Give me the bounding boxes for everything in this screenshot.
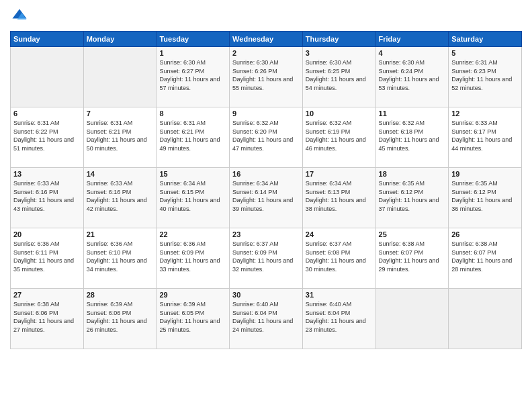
calendar-cell: 31 Sunrise: 6:40 AM Sunset: 6:04 PM Dayl… xyxy=(302,289,375,349)
day-info: Sunrise: 6:38 AM Sunset: 6:07 PM Dayligh… xyxy=(451,240,519,273)
calendar-cell: 30 Sunrise: 6:40 AM Sunset: 6:04 PM Dayl… xyxy=(230,289,303,349)
daylight-text: Daylight: 11 hours and 30 minutes. xyxy=(306,257,366,273)
calendar-cell: 14 Sunrise: 6:33 AM Sunset: 6:16 PM Dayl… xyxy=(83,168,157,228)
day-info: Sunrise: 6:36 AM Sunset: 6:09 PM Dayligh… xyxy=(159,240,226,273)
sunset-text: Sunset: 6:16 PM xyxy=(87,189,132,195)
sunset-text: Sunset: 6:13 PM xyxy=(306,189,351,195)
sunset-text: Sunset: 6:21 PM xyxy=(159,128,204,135)
calendar-cell: 15 Sunrise: 6:34 AM Sunset: 6:15 PM Dayl… xyxy=(157,168,230,228)
sunrise-text: Sunrise: 6:39 AM xyxy=(159,301,206,308)
calendar-cell: 11 Sunrise: 6:32 AM Sunset: 6:18 PM Dayl… xyxy=(375,107,449,168)
day-number: 15 xyxy=(159,170,226,178)
calendar-cell: 4 Sunrise: 6:30 AM Sunset: 6:24 PM Dayli… xyxy=(375,47,449,107)
day-number: 26 xyxy=(451,230,519,238)
sunset-text: Sunset: 6:23 PM xyxy=(451,68,496,75)
calendar-cell: 2 Sunrise: 6:30 AM Sunset: 6:26 PM Dayli… xyxy=(230,47,303,107)
calendar-cell: 24 Sunrise: 6:37 AM Sunset: 6:08 PM Dayl… xyxy=(302,228,375,289)
calendar-cell: 5 Sunrise: 6:31 AM Sunset: 6:23 PM Dayli… xyxy=(449,47,522,107)
calendar-cell: 21 Sunrise: 6:36 AM Sunset: 6:10 PM Dayl… xyxy=(83,228,157,289)
day-info: Sunrise: 6:33 AM Sunset: 6:16 PM Dayligh… xyxy=(13,179,81,213)
sunset-text: Sunset: 6:10 PM xyxy=(87,249,132,256)
sunrise-text: Sunrise: 6:40 AM xyxy=(306,301,352,308)
day-info: Sunrise: 6:37 AM Sunset: 6:08 PM Dayligh… xyxy=(306,240,373,273)
day-info: Sunrise: 6:31 AM Sunset: 6:22 PM Dayligh… xyxy=(13,119,81,152)
day-info: Sunrise: 6:35 AM Sunset: 6:12 PM Dayligh… xyxy=(379,179,446,213)
sunrise-text: Sunrise: 6:36 AM xyxy=(159,240,206,247)
calendar-week-4: 20 Sunrise: 6:36 AM Sunset: 6:11 PM Dayl… xyxy=(11,228,522,289)
sunrise-text: Sunrise: 6:31 AM xyxy=(13,120,60,126)
col-tuesday: Tuesday xyxy=(157,32,230,47)
daylight-text: Daylight: 11 hours and 38 minutes. xyxy=(306,197,366,212)
daylight-text: Daylight: 11 hours and 25 minutes. xyxy=(159,318,220,333)
calendar-cell: 17 Sunrise: 6:34 AM Sunset: 6:13 PM Dayl… xyxy=(302,168,375,228)
day-number: 1 xyxy=(159,49,226,57)
sunrise-text: Sunrise: 6:31 AM xyxy=(87,120,133,126)
day-info: Sunrise: 6:30 AM Sunset: 6:27 PM Dayligh… xyxy=(159,58,226,92)
sunset-text: Sunset: 6:11 PM xyxy=(13,249,58,256)
calendar-cell: 16 Sunrise: 6:34 AM Sunset: 6:14 PM Dayl… xyxy=(230,168,303,228)
calendar-cell: 18 Sunrise: 6:35 AM Sunset: 6:12 PM Dayl… xyxy=(375,168,449,228)
daylight-text: Daylight: 11 hours and 44 minutes. xyxy=(451,136,512,152)
daylight-text: Daylight: 11 hours and 26 minutes. xyxy=(87,318,147,333)
day-number: 9 xyxy=(232,109,300,118)
col-wednesday: Wednesday xyxy=(230,32,303,47)
sunset-text: Sunset: 6:09 PM xyxy=(159,249,204,256)
day-number: 7 xyxy=(87,109,154,118)
sunrise-text: Sunrise: 6:38 AM xyxy=(379,240,425,247)
daylight-text: Daylight: 11 hours and 27 minutes. xyxy=(13,318,74,333)
daylight-text: Daylight: 11 hours and 49 minutes. xyxy=(159,136,220,152)
sunset-text: Sunset: 6:06 PM xyxy=(87,310,132,316)
calendar-page: Sunday Monday Tuesday Wednesday Thursday… xyxy=(0,0,532,411)
daylight-text: Daylight: 11 hours and 37 minutes. xyxy=(379,197,439,212)
daylight-text: Daylight: 11 hours and 33 minutes. xyxy=(159,257,220,273)
col-saturday: Saturday xyxy=(449,32,522,47)
calendar-cell: 23 Sunrise: 6:37 AM Sunset: 6:09 PM Dayl… xyxy=(230,228,303,289)
sunrise-text: Sunrise: 6:36 AM xyxy=(13,240,60,247)
col-thursday: Thursday xyxy=(302,32,375,47)
daylight-text: Daylight: 11 hours and 43 minutes. xyxy=(13,197,74,212)
calendar-week-3: 13 Sunrise: 6:33 AM Sunset: 6:16 PM Dayl… xyxy=(11,168,522,228)
sunrise-text: Sunrise: 6:40 AM xyxy=(232,301,279,308)
calendar-cell: 12 Sunrise: 6:33 AM Sunset: 6:17 PM Dayl… xyxy=(449,107,522,168)
day-info: Sunrise: 6:35 AM Sunset: 6:12 PM Dayligh… xyxy=(451,179,519,213)
sunrise-text: Sunrise: 6:30 AM xyxy=(159,59,206,66)
calendar-cell: 26 Sunrise: 6:38 AM Sunset: 6:07 PM Dayl… xyxy=(449,228,522,289)
daylight-text: Daylight: 11 hours and 34 minutes. xyxy=(87,257,147,273)
day-info: Sunrise: 6:34 AM Sunset: 6:15 PM Dayligh… xyxy=(159,179,226,213)
sunset-text: Sunset: 6:21 PM xyxy=(87,128,132,135)
sunset-text: Sunset: 6:04 PM xyxy=(306,310,351,316)
sunrise-text: Sunrise: 6:34 AM xyxy=(306,180,352,187)
daylight-text: Daylight: 11 hours and 54 minutes. xyxy=(306,76,366,91)
calendar-week-2: 6 Sunrise: 6:31 AM Sunset: 6:22 PM Dayli… xyxy=(11,107,522,168)
col-sunday: Sunday xyxy=(11,32,84,47)
sunset-text: Sunset: 6:07 PM xyxy=(379,249,424,256)
calendar-cell: 29 Sunrise: 6:39 AM Sunset: 6:05 PM Dayl… xyxy=(157,289,230,349)
day-info: Sunrise: 6:31 AM Sunset: 6:21 PM Dayligh… xyxy=(159,119,226,152)
sunrise-text: Sunrise: 6:32 AM xyxy=(379,120,425,126)
day-info: Sunrise: 6:33 AM Sunset: 6:16 PM Dayligh… xyxy=(87,179,154,213)
daylight-text: Daylight: 11 hours and 42 minutes. xyxy=(87,197,147,212)
calendar-cell: 7 Sunrise: 6:31 AM Sunset: 6:21 PM Dayli… xyxy=(83,107,157,168)
day-info: Sunrise: 6:34 AM Sunset: 6:14 PM Dayligh… xyxy=(232,179,300,213)
day-number: 16 xyxy=(232,170,300,178)
daylight-text: Daylight: 11 hours and 32 minutes. xyxy=(232,257,293,273)
sunset-text: Sunset: 6:08 PM xyxy=(306,249,351,256)
daylight-text: Daylight: 11 hours and 47 minutes. xyxy=(232,136,293,152)
day-info: Sunrise: 6:38 AM Sunset: 6:06 PM Dayligh… xyxy=(13,300,81,334)
sunset-text: Sunset: 6:09 PM xyxy=(232,249,277,256)
day-number: 25 xyxy=(379,230,446,238)
sunset-text: Sunset: 6:15 PM xyxy=(159,189,204,195)
sunrise-text: Sunrise: 6:31 AM xyxy=(451,59,498,66)
calendar-week-5: 27 Sunrise: 6:38 AM Sunset: 6:06 PM Dayl… xyxy=(11,289,522,349)
sunrise-text: Sunrise: 6:35 AM xyxy=(379,180,425,187)
day-number: 11 xyxy=(379,109,446,118)
daylight-text: Daylight: 11 hours and 36 minutes. xyxy=(451,197,512,212)
day-number: 29 xyxy=(159,291,226,299)
sunrise-text: Sunrise: 6:38 AM xyxy=(451,240,498,247)
calendar-cell: 8 Sunrise: 6:31 AM Sunset: 6:21 PM Dayli… xyxy=(157,107,230,168)
day-number: 4 xyxy=(379,49,446,57)
header xyxy=(10,7,522,26)
day-info: Sunrise: 6:32 AM Sunset: 6:19 PM Dayligh… xyxy=(306,119,373,152)
day-number: 30 xyxy=(232,291,300,299)
sunset-text: Sunset: 6:24 PM xyxy=(379,68,424,75)
